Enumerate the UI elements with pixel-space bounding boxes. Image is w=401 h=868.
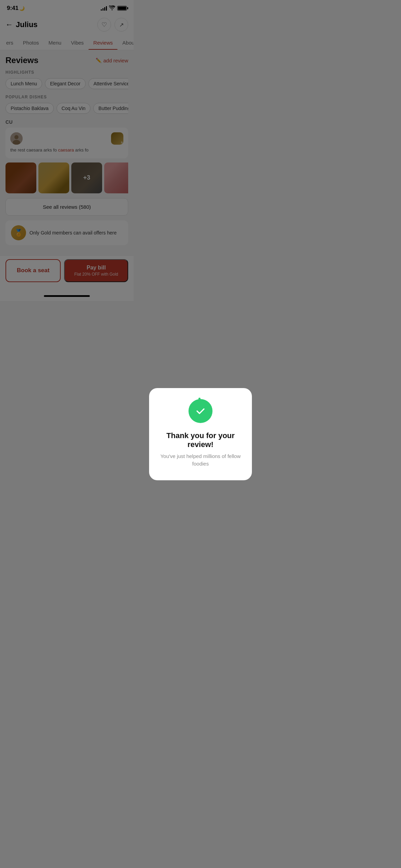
dim-overlay[interactable]: Thank you for your review! You've just h… bbox=[0, 0, 134, 301]
